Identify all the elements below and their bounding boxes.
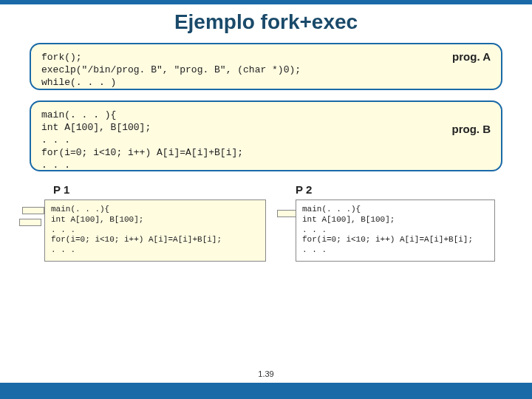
code-prog-a: fork(); execlp("/bin/prog. B", "prog. B"… (41, 52, 491, 89)
bottom-band (0, 383, 532, 399)
page-number: 1.39 (0, 369, 532, 378)
label-p1: P 1 (53, 183, 69, 196)
overlap-tab-1 (22, 207, 44, 214)
code-p2: main(. . .){ int A[100], B[100]; . . . f… (302, 205, 488, 256)
label-prog-a: prog. A (452, 50, 491, 63)
code-prog-b: main(. . . ){ int A[100], B[100]; . . . … (41, 109, 491, 171)
code-box-p1: main(. . .){ int A[100], B[100]; . . . f… (44, 200, 266, 262)
code-p1: main(. . .){ int A[100], B[100]; . . . f… (51, 205, 259, 256)
slide-title: Ejemplo fork+exec (0, 10, 532, 34)
label-p2: P 2 (296, 183, 312, 196)
code-box-prog-b: main(. . . ){ int A[100], B[100]; . . . … (30, 100, 502, 171)
code-box-prog-a: fork(); execlp("/bin/prog. B", "prog. B"… (30, 43, 502, 90)
code-box-p2: main(. . .){ int A[100], B[100]; . . . f… (296, 200, 495, 262)
top-band (0, 0, 532, 4)
overlap-tab-2 (19, 219, 41, 226)
label-prog-b: prog. B (452, 123, 491, 135)
